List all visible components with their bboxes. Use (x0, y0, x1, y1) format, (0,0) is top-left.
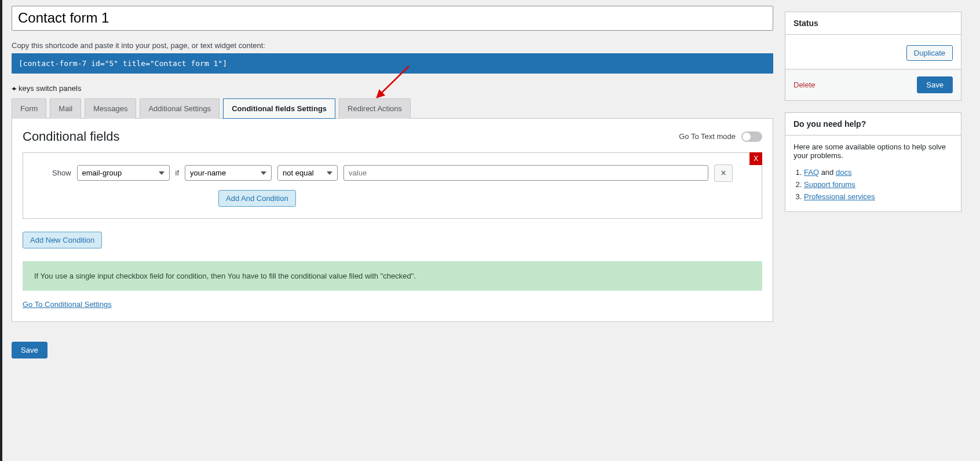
delete-link[interactable]: Delete (793, 81, 816, 89)
help-intro: Here are some available options to help … (793, 142, 953, 160)
goto-conditional-settings-link[interactable]: Go To Conditional Settings (23, 300, 112, 309)
tab-conditional-fields[interactable]: Conditional fields Settings (223, 98, 335, 119)
duplicate-button[interactable]: Duplicate (906, 45, 953, 61)
help-box: Do you need help? Here are some availabl… (785, 112, 961, 212)
support-forums-link[interactable]: Support forums (804, 180, 855, 189)
add-new-condition-button[interactable]: Add New Condition (23, 232, 102, 248)
form-title-input[interactable] (12, 6, 773, 31)
faq-link[interactable]: FAQ (804, 168, 819, 177)
text-mode-toggle[interactable] (741, 131, 762, 142)
conditional-panel: Conditional fields Go To Text mode X Sho… (12, 118, 773, 322)
docs-link[interactable]: docs (836, 168, 851, 177)
help-item-services: Professional services (804, 192, 953, 201)
if-label: if (175, 169, 180, 177)
panel-title: Conditional fields (23, 129, 120, 144)
shortcode-hint: Copy this shortcode and paste it into yo… (12, 41, 773, 50)
remove-row-button[interactable]: × (714, 164, 733, 182)
text-mode-label: Go To Text mode (679, 132, 736, 141)
condition-group: X Show email-group if your-name not equa… (23, 152, 762, 219)
add-and-condition-button[interactable]: Add And Condition (218, 190, 296, 207)
group-select[interactable]: email-group (77, 165, 170, 181)
help-item-forums: Support forums (804, 180, 953, 189)
show-label: Show (52, 169, 71, 177)
switch-panels-hint: keys switch panels (12, 84, 773, 93)
status-box-title: Status (785, 12, 961, 35)
professional-services-link[interactable]: Professional services (804, 192, 875, 201)
delete-condition-button[interactable]: X (749, 152, 762, 165)
save-button-side[interactable]: Save (917, 76, 953, 93)
tab-form[interactable]: Form (12, 98, 46, 119)
help-box-title: Do you need help? (785, 113, 961, 136)
tab-mail[interactable]: Mail (50, 98, 81, 119)
tab-redirect-actions[interactable]: Redirect Actions (339, 98, 411, 119)
tab-additional-settings[interactable]: Additional Settings (140, 98, 220, 119)
shortcode-box[interactable]: [contact-form-7 id="5" title="Contact fo… (12, 53, 773, 74)
operator-select[interactable]: not equal (277, 165, 338, 181)
status-box: Status Duplicate Delete Save (785, 12, 961, 101)
save-button-bottom[interactable]: Save (12, 342, 47, 358)
tabs: Form Mail Messages Additional Settings C… (12, 98, 773, 119)
field-select[interactable]: your-name (185, 165, 272, 181)
admin-sidebar-edge (0, 0, 2, 370)
tab-messages[interactable]: Messages (85, 98, 136, 119)
help-item-faq: FAQ and docs (804, 168, 953, 177)
value-input[interactable] (343, 165, 708, 181)
checkbox-notice: If You use a single input checkbox field… (23, 261, 762, 291)
